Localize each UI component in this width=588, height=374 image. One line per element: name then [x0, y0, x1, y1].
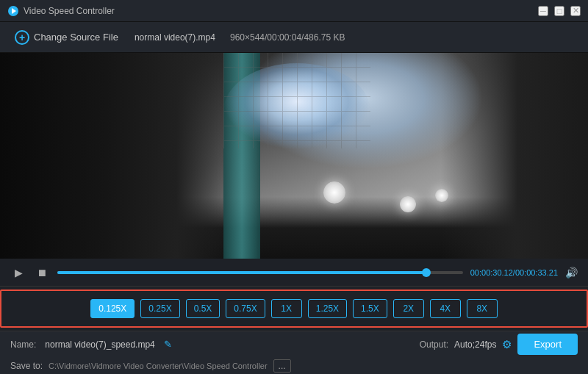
app-title: Video Speed Controller — [24, 6, 115, 16]
speed-button-2X[interactable]: 2X — [393, 299, 424, 318]
speed-button-4X[interactable]: 4X — [430, 299, 461, 318]
speed-button-125X[interactable]: 1.25X — [308, 299, 347, 318]
stop-button[interactable]: ⏹ — [34, 265, 50, 281]
change-source-button[interactable]: + Change Source File — [10, 27, 123, 48]
bottom-bar: Name: normal video(7)_speed.mp4 ✎ Output… — [0, 331, 588, 374]
file-info: normal video(7).mp4 960×544/00:00:04/486… — [135, 32, 345, 43]
hanging-lamp-3 — [435, 189, 448, 202]
name-value: normal video(7)_speed.mp4 — [45, 339, 154, 350]
play-button[interactable]: ▶ — [10, 265, 26, 281]
output-section: Output: Auto;24fps ⚙ Export — [420, 334, 578, 355]
plus-circle-icon: + — [15, 30, 29, 45]
speed-wrapper: 0.125X0.25X0.5X0.75X1X1.25X1.5X2X4X8X — [0, 287, 588, 331]
save-path: C:\Vidmore\Vidmore Video Converter\Video… — [49, 359, 291, 373]
speed-button-0125X[interactable]: 0.125X — [90, 299, 135, 318]
toolbar: + Change Source File normal video(7).mp4… — [0, 22, 588, 53]
export-button[interactable]: Export — [517, 334, 578, 355]
title-bar-left: Video Speed Controller — [7, 5, 115, 17]
video-area — [0, 53, 588, 259]
close-button[interactable]: ✕ — [570, 6, 581, 16]
save-path-value: C:\Vidmore\Vidmore Video Converter\Video… — [49, 362, 268, 370]
output-value: Auto;24fps — [454, 339, 496, 350]
ceiling-grid — [223, 53, 370, 148]
hanging-lamp-1 — [323, 181, 345, 204]
file-meta: 960×544/00:00:04/486.75 KB — [230, 32, 345, 43]
title-bar: Video Speed Controller ─ □ ✕ — [0, 0, 588, 22]
speed-button-075X[interactable]: 0.75X — [226, 299, 265, 318]
maximize-button[interactable]: □ — [554, 6, 564, 16]
progress-bar[interactable] — [57, 271, 463, 274]
playback-bar: ▶ ⏹ 00:00:30.12/00:00:33.21 🔊 — [0, 259, 588, 287]
browse-path-button[interactable]: ... — [273, 359, 291, 373]
minimize-button[interactable]: ─ — [538, 6, 548, 16]
settings-button[interactable]: ⚙ — [502, 338, 512, 351]
edit-name-button[interactable]: ✎ — [164, 339, 172, 350]
bottom-row2: Save to: C:\Vidmore\Vidmore Video Conver… — [10, 359, 578, 373]
save-to-label: Save to: — [10, 361, 43, 371]
output-label: Output: — [420, 339, 448, 350]
speed-button-8X[interactable]: 8X — [467, 299, 498, 318]
speed-bar: 0.125X0.25X0.5X0.75X1X1.25X1.5X2X4X8X — [0, 290, 588, 328]
change-source-label: Change Source File — [34, 32, 118, 43]
speed-button-1X[interactable]: 1X — [271, 299, 302, 318]
progress-thumb — [422, 268, 431, 277]
speed-button-15X[interactable]: 1.5X — [353, 299, 387, 318]
window-controls: ─ □ ✕ — [538, 6, 581, 16]
volume-button[interactable]: 🔊 — [565, 267, 578, 278]
speed-button-025X[interactable]: 0.25X — [140, 299, 179, 318]
progress-fill — [57, 271, 426, 274]
speed-button-05X[interactable]: 0.5X — [186, 299, 220, 318]
bottom-row1: Name: normal video(7)_speed.mp4 ✎ Output… — [10, 334, 578, 355]
file-name: normal video(7).mp4 — [135, 32, 215, 43]
hanging-lamp-2 — [400, 196, 416, 212]
video-thumbnail — [0, 53, 588, 259]
time-display: 00:00:30.12/00:00:33.21 — [470, 268, 558, 277]
app-icon — [7, 5, 19, 17]
name-label: Name: — [10, 339, 36, 350]
